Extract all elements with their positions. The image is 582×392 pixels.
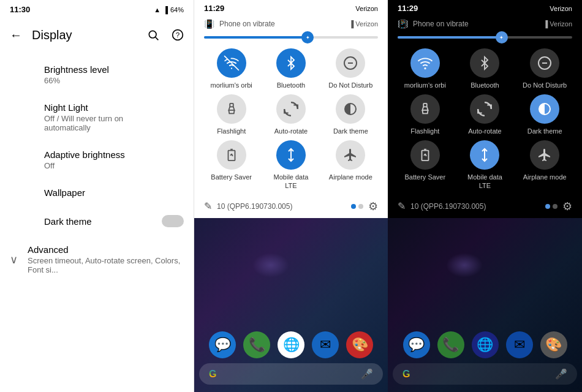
dark-dock-email[interactable]: ✉ (506, 331, 533, 358)
flashlight-tile-icon[interactable] (217, 94, 246, 124)
qs-tile-airplane[interactable]: Airplane mode (323, 140, 378, 189)
dock-row: 💬 📞 🌐 ✉ 🎨 (199, 331, 383, 358)
dark-dock-messages[interactable]: 💬 (403, 331, 430, 358)
vibrate-icon: 📳 (204, 19, 214, 29)
dark-mobiledata-tile-icon[interactable] (470, 140, 499, 170)
mobiledata-tile-label: Mobile dataLTE (274, 173, 309, 189)
dnd-tile-icon[interactable] (336, 48, 365, 78)
dark-google-search-bar[interactable]: G 🎤 (393, 363, 577, 385)
dark-dock-photos[interactable]: 🎨 (540, 331, 567, 358)
brightness-slider-dark[interactable] (398, 36, 572, 39)
advanced-row: ∨ Advanced Screen timeout, Auto-rotate s… (44, 244, 184, 274)
dock-phone[interactable]: 📞 (243, 331, 270, 358)
dark-batterysaver-tile-icon[interactable] (410, 140, 440, 170)
bluetooth-tile-icon[interactable] (276, 48, 306, 78)
brightness-item[interactable]: Brightness level 66% (0, 56, 194, 94)
dock-chrome[interactable]: 🌐 (278, 331, 304, 358)
brightness-slider[interactable] (204, 36, 378, 39)
quick-settings-light-panel: 11:29 Verizon 📳 Phone on vibrate ▐ Veriz… (194, 0, 388, 392)
dark-airplane-tile-icon[interactable] (530, 140, 559, 170)
dark-mic-icon[interactable]: 🎤 (555, 368, 567, 380)
vibrate-icon-dark: 📳 (398, 19, 408, 29)
dark-dock-row: 💬 📞 🌐 ✉ 🎨 (393, 331, 577, 358)
qs-tile-wifi[interactable]: morlium's orbi (204, 48, 259, 89)
darktheme-tile-icon[interactable] (336, 94, 365, 124)
dark-bluetooth-tile-icon[interactable] (470, 48, 499, 78)
night-light-item[interactable]: Night Light Off / Will never turn on aut… (0, 94, 194, 141)
wallpaper-item[interactable]: Wallpaper (0, 179, 194, 206)
qs-dark-tile-autorotate[interactable]: Auto-rotate (458, 94, 513, 135)
batterysaver-tile-icon[interactable] (217, 140, 246, 170)
qs-dark-tile-batterysaver[interactable]: Battery Saver (398, 140, 453, 189)
dark-dnd-tile-icon[interactable] (530, 48, 559, 78)
svg-rect-17 (421, 151, 428, 160)
dark-flashlight-tile-icon[interactable] (410, 94, 440, 124)
brightness-thumb-dark[interactable] (496, 31, 508, 43)
dark-airplane-tile-label: Airplane mode (523, 173, 567, 181)
dock-messages[interactable]: 💬 (209, 331, 236, 358)
qs-tile-batterysaver[interactable]: Battery Saver (204, 140, 259, 189)
airplane-tile-icon[interactable] (336, 140, 365, 170)
search-button[interactable] (142, 24, 164, 46)
chevron-icon: ∨ (10, 253, 18, 266)
qs-light-footer: ✎ 10 (QPP6.190730.005) ⚙ (194, 195, 388, 218)
help-button[interactable]: ? (167, 24, 189, 46)
qs-tile-dnd[interactable]: Do Not Disturb (323, 48, 378, 89)
dark-autorotate-tile-icon[interactable] (470, 94, 499, 124)
advanced-subtitle: Screen timeout, Auto-rotate screen, Colo… (28, 256, 184, 274)
advanced-item[interactable]: ∨ Advanced Screen timeout, Auto-rotate s… (0, 236, 194, 283)
qs-settings-icon[interactable]: ⚙ (368, 200, 378, 213)
dock-email[interactable]: ✉ (312, 331, 339, 358)
page-title: Display (32, 28, 137, 42)
qs-dark-settings-icon[interactable]: ⚙ (562, 200, 572, 213)
dark-theme-toggle[interactable] (162, 215, 184, 227)
google-search-bar[interactable]: G 🎤 (199, 363, 383, 385)
brightness-thumb[interactable] (301, 31, 314, 43)
signal-icon: ▐ (163, 6, 168, 13)
autorotate-tile-icon[interactable] (276, 94, 306, 124)
qs-tile-flashlight[interactable]: Flashlight (204, 94, 259, 135)
adaptive-brightness-item[interactable]: Adaptive brightness Off (0, 141, 194, 179)
adaptive-value: Off (44, 161, 149, 170)
qs-tile-mobiledata[interactable]: Mobile dataLTE (263, 140, 318, 189)
qs-dark-edit-icon[interactable]: ✎ (398, 200, 406, 212)
wifi-tile-icon[interactable] (217, 48, 246, 78)
qs-dark-tile-airplane[interactable]: Airplane mode (517, 140, 572, 189)
qs-dark-tile-darktheme[interactable]: Dark theme (517, 94, 572, 135)
back-button[interactable]: ← (5, 24, 27, 46)
qs-tile-darktheme[interactable]: Dark theme (323, 94, 378, 135)
qs-light-time: 11:29 (204, 4, 224, 13)
qs-dot-1 (351, 204, 356, 209)
qs-tile-bluetooth[interactable]: Bluetooth (263, 48, 318, 89)
mobiledata-tile-icon[interactable] (276, 140, 306, 170)
qs-dark-tile-flashlight[interactable]: Flashlight (398, 94, 453, 135)
airplane-tile-label: Airplane mode (329, 173, 372, 181)
qs-dark-wallpaper: 💬 📞 🌐 ✉ 🎨 G 🎤 (388, 218, 582, 392)
qs-edit-icon[interactable]: ✎ (204, 200, 212, 212)
brightness-value: 66% (44, 76, 149, 85)
qs-dark-time: 11:29 (398, 4, 418, 13)
qs-dark-tile-wifi[interactable]: morlium's orbi (398, 48, 453, 89)
dark-theme-item[interactable]: Dark theme (0, 206, 194, 236)
dock-photos[interactable]: 🎨 (346, 331, 373, 358)
dark-wifi-tile-label: morlium's orbi (404, 81, 446, 89)
dark-dock-chrome[interactable]: 🌐 (472, 331, 499, 358)
wallpaper-title: Wallpaper (44, 187, 149, 198)
qs-dark-brightness-row (388, 31, 582, 43)
dark-batterysaver-tile-label: Battery Saver (405, 173, 446, 181)
mic-icon[interactable]: 🎤 (361, 368, 373, 380)
svg-line-1 (156, 37, 159, 40)
qs-dark-tile-dnd[interactable]: Do Not Disturb (517, 48, 572, 89)
night-light-title: Night Light (44, 102, 149, 113)
dark-wifi-tile-icon[interactable] (410, 48, 440, 78)
qs-tile-autorotate[interactable]: Auto-rotate (263, 94, 318, 135)
dark-darktheme-tile-icon[interactable] (530, 94, 559, 124)
qs-dark-dot-2 (553, 204, 557, 209)
svg-point-13 (424, 67, 426, 69)
qs-dark-tile-mobiledata[interactable]: Mobile dataLTE (458, 140, 513, 189)
qs-version: 10 (QPP6.190730.005) (217, 202, 346, 211)
qs-dark-carrier: Verizon (550, 5, 572, 12)
qs-dark-tile-bluetooth[interactable]: Bluetooth (458, 48, 513, 89)
quick-settings-dark-panel: 11:29 Verizon 📳 Phone on vibrate ▐ Veriz… (388, 0, 582, 392)
dark-dock-phone[interactable]: 📞 (437, 331, 464, 358)
